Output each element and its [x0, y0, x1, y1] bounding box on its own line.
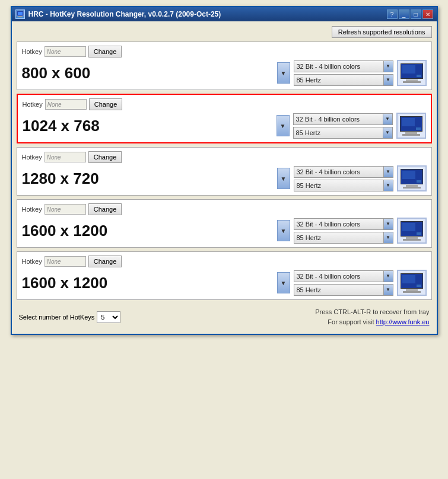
- svg-rect-3: [18, 17, 23, 17]
- resolution-display-1: 800 x 600: [22, 64, 277, 82]
- hotkey-line-2: Hotkey Change: [23, 98, 426, 110]
- resolution-dropdown-arrow-3[interactable]: ▼: [277, 168, 290, 189]
- svg-rect-9: [416, 127, 421, 130]
- refresh-button[interactable]: Refresh supported resolutions: [332, 26, 432, 38]
- hertz-select-4[interactable]: 85 Hertz ▼: [294, 232, 393, 244]
- support-link[interactable]: http://www.funk.eu: [376, 318, 430, 325]
- select-hotkeys-label: Select number of HotKeys: [19, 314, 95, 321]
- monitor-icon-2: [396, 113, 426, 139]
- hotkey-label-2: Hotkey: [23, 101, 43, 108]
- resolution-display-4: 1600 x 1200: [22, 222, 277, 240]
- svg-rect-2: [18, 16, 22, 17]
- color-select-arrow-3: ▼: [383, 167, 393, 177]
- svg-rect-17: [402, 275, 415, 283]
- svg-rect-14: [402, 223, 415, 231]
- change-button-1[interactable]: Change: [88, 46, 122, 58]
- hertz-select-5[interactable]: 85 Hertz ▼: [294, 284, 393, 296]
- monitor-stand-3: [403, 187, 421, 189]
- color-select-text-2: 32 Bit - 4 billion colors: [294, 116, 383, 123]
- color-row-2: 32 Bit - 4 billion colors ▼: [293, 113, 393, 125]
- change-button-5[interactable]: Change: [88, 256, 122, 267]
- color-select-arrow-5: ▼: [383, 271, 393, 282]
- close-button[interactable]: ✕: [422, 9, 433, 19]
- monitor-icon-5: [397, 270, 427, 296]
- svg-rect-6: [417, 75, 421, 77]
- app-icon: [15, 9, 25, 19]
- color-select-5[interactable]: 32 Bit - 4 billion colors ▼: [294, 270, 393, 282]
- hertz-select-3[interactable]: 85 Hertz ▼: [294, 180, 393, 191]
- window-body: Refresh supported resolutions Hotkey Cha…: [12, 21, 437, 334]
- svg-rect-18: [417, 285, 421, 287]
- hotkey-line-3: Hotkey Change: [22, 151, 427, 163]
- support-text: For support visit: [328, 318, 374, 325]
- change-button-2[interactable]: Change: [89, 98, 123, 110]
- color-row-3: 32 Bit - 4 billion colors ▼: [294, 166, 393, 178]
- resolution-dropdown-wrap-3: 1280 x 720 ▼: [22, 168, 290, 189]
- color-select-arrow-2: ▼: [383, 114, 392, 124]
- right-controls-2: 32 Bit - 4 billion colors ▼ 85 Hertz ▼: [293, 113, 393, 139]
- monitor-screen-3: [401, 169, 423, 184]
- res-settings-line-3: 1280 x 720 ▼ 32 Bit - 4 billion colors ▼…: [22, 165, 427, 191]
- hotkey-line-1: Hotkey Change: [22, 46, 427, 58]
- color-select-1[interactable]: 32 Bit - 4 billion colors ▼: [294, 60, 393, 72]
- hotkey-input-2[interactable]: [45, 99, 87, 110]
- top-bar: Refresh supported resolutions: [17, 26, 432, 38]
- help-button[interactable]: ?: [387, 9, 398, 19]
- monitor-screen-4: [401, 221, 423, 237]
- resolution-row-4: Hotkey Change 1600 x 1200 ▼ 32 Bit - 4 b…: [17, 199, 432, 248]
- color-select-text-3: 32 Bit - 4 billion colors: [294, 168, 383, 175]
- color-select-text-5: 32 Bit - 4 billion colors: [294, 273, 383, 280]
- svg-rect-5: [402, 65, 415, 74]
- monitor-stand-1: [403, 81, 421, 83]
- monitor-icon-4: [397, 218, 427, 244]
- hertz-select-1[interactable]: 85 Hertz ▼: [294, 74, 393, 86]
- color-select-3[interactable]: 32 Bit - 4 billion colors ▼: [294, 166, 393, 178]
- resolution-row-1: Hotkey Change 800 x 600 ▼ 32 Bit - 4 bil…: [17, 41, 432, 90]
- svg-rect-1: [18, 12, 23, 15]
- monitor-screen-2: [400, 116, 422, 132]
- hotkey-input-3[interactable]: [45, 152, 86, 162]
- svg-rect-12: [417, 180, 421, 183]
- resolution-dropdown-wrap-1: 800 x 600 ▼: [22, 62, 290, 84]
- recover-text: Press CTRL-ALT-R to recover from tray: [315, 308, 429, 315]
- hertz-row-2: 85 Hertz ▼: [293, 127, 393, 139]
- svg-rect-11: [402, 171, 415, 179]
- res-settings-line-1: 800 x 600 ▼ 32 Bit - 4 billion colors ▼ …: [22, 60, 427, 86]
- minimize-button[interactable]: _: [399, 9, 409, 19]
- hotkey-label-1: Hotkey: [22, 48, 42, 55]
- monitor-icon-1: [397, 60, 427, 86]
- hertz-row-5: 85 Hertz ▼: [294, 284, 393, 296]
- hertz-select-arrow-3: ▼: [383, 180, 393, 191]
- main-window: HRC - HotKey Resolution Changer, v0.0.2.…: [11, 6, 438, 335]
- color-select-2[interactable]: 32 Bit - 4 billion colors ▼: [293, 113, 393, 125]
- res-settings-line-5: 1600 x 1200 ▼ 32 Bit - 4 billion colors …: [22, 270, 427, 296]
- hertz-select-2[interactable]: 85 Hertz ▼: [293, 127, 393, 139]
- color-select-text-4: 32 Bit - 4 billion colors: [294, 221, 383, 228]
- resolution-dropdown-wrap-2: 1024 x 768 ▼: [23, 115, 290, 136]
- hotkey-label-4: Hotkey: [22, 206, 42, 213]
- hotkey-input-5[interactable]: [45, 256, 86, 267]
- hotkeys-count-select[interactable]: 5 1 2 3 4 6 7 8 9 10: [97, 311, 120, 323]
- color-select-arrow-4: ▼: [383, 219, 393, 229]
- resolution-dropdown-arrow-5[interactable]: ▼: [277, 272, 290, 293]
- hotkey-input-1[interactable]: [45, 46, 86, 57]
- color-select-arrow-1: ▼: [383, 61, 393, 72]
- hertz-row-4: 85 Hertz ▼: [294, 232, 393, 244]
- monitor-stand-5: [403, 291, 421, 293]
- hertz-select-arrow-5: ▼: [383, 285, 393, 295]
- res-settings-line-2: 1024 x 768 ▼ 32 Bit - 4 billion colors ▼…: [23, 113, 426, 139]
- change-button-4[interactable]: Change: [88, 203, 122, 215]
- resolution-dropdown-arrow-4[interactable]: ▼: [277, 220, 290, 241]
- restore-button[interactable]: □: [411, 9, 421, 19]
- right-controls-5: 32 Bit - 4 billion colors ▼ 85 Hertz ▼: [294, 270, 393, 296]
- title-buttons: ? _ □ ✕: [387, 9, 433, 19]
- resolution-dropdown-arrow-2[interactable]: ▼: [277, 115, 290, 136]
- monitor-stand-4: [403, 239, 421, 241]
- resolution-display-5: 1600 x 1200: [22, 274, 277, 292]
- resolution-dropdown-arrow-1[interactable]: ▼: [277, 62, 290, 84]
- resolution-display-3: 1280 x 720: [22, 170, 277, 188]
- change-button-3[interactable]: Change: [88, 151, 122, 163]
- hotkey-input-4[interactable]: [45, 204, 86, 215]
- color-select-4[interactable]: 32 Bit - 4 billion colors ▼: [294, 218, 393, 230]
- hotkey-label-5: Hotkey: [22, 258, 42, 265]
